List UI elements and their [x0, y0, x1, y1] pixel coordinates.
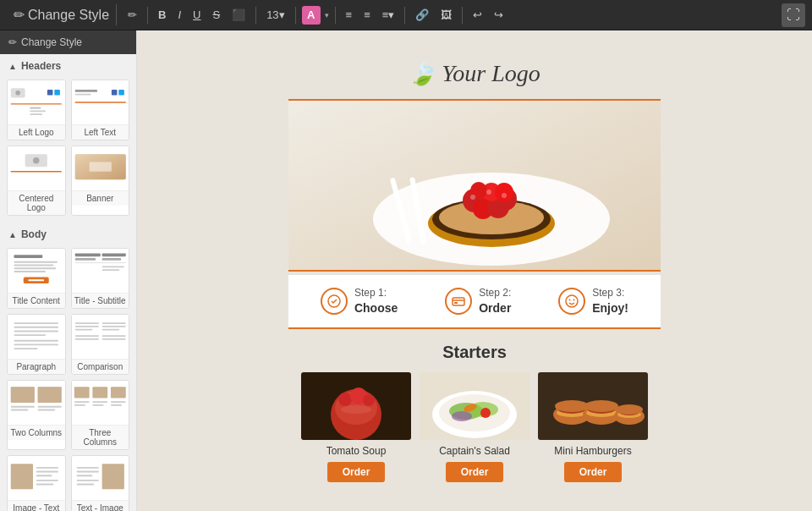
- underline-btn[interactable]: U: [189, 6, 205, 24]
- pen-icon: ✏: [14, 7, 25, 23]
- svg-rect-20: [14, 261, 58, 263]
- thumbnail-two-columns[interactable]: Two Columns: [7, 380, 66, 450]
- svg-rect-61: [74, 401, 89, 403]
- font-color-btn[interactable]: A: [302, 6, 321, 25]
- thumbnail-left-text[interactable]: Left Text: [71, 80, 130, 140]
- mini-hamburgers-image: [538, 372, 648, 440]
- centered-logo-label: Centered Logo: [8, 190, 65, 215]
- step-3-label: Step 3:: [592, 287, 624, 299]
- svg-point-113: [338, 393, 352, 406]
- svg-rect-45: [102, 329, 119, 331]
- thumbnail-title-subtitle[interactable]: Title - Subtitle: [71, 248, 130, 309]
- color-fill-btn[interactable]: ⬛: [228, 6, 250, 24]
- starter-mini-hamburgers: Mini Hamburgers Order: [538, 372, 648, 482]
- change-style-sidebar[interactable]: ✏ Change Style: [0, 30, 136, 54]
- thumbnail-three-columns[interactable]: Three Columns: [71, 380, 130, 450]
- headers-section-header: ▲ Headers: [0, 54, 136, 76]
- svg-rect-12: [118, 90, 124, 96]
- body-label: Body: [21, 228, 47, 240]
- toolbar: ✏ Change Style ✏ B I U S ⬛ 13▾ A ▾ ≡ ≡ ≡…: [0, 0, 812, 30]
- svg-rect-31: [102, 266, 123, 267]
- captains-salad-image: [420, 372, 529, 440]
- logo-text: 🍃 Your Logo: [288, 60, 661, 87]
- svg-rect-48: [102, 335, 125, 337]
- steps-section: Step 1: Choose Step 2: Order: [288, 275, 661, 329]
- svg-rect-7: [54, 90, 60, 96]
- thumbnail-title-content[interactable]: Title Content: [7, 248, 66, 309]
- comparison-label: Comparison: [72, 359, 129, 374]
- svg-rect-54: [11, 406, 35, 408]
- svg-rect-35: [14, 331, 59, 332]
- svg-rect-71: [36, 480, 58, 481]
- svg-rect-37: [14, 340, 59, 342]
- bold-btn[interactable]: B: [154, 6, 170, 24]
- svg-rect-64: [92, 404, 103, 406]
- body-section-header: ▲ Body: [0, 223, 136, 245]
- thumbnail-image-text[interactable]: Image - Text: [7, 455, 66, 511]
- email-logo-section: 🍃 Your Logo: [288, 47, 661, 96]
- svg-rect-53: [38, 387, 62, 403]
- step-3-icon: [558, 288, 585, 315]
- svg-rect-65: [110, 401, 125, 403]
- svg-point-1: [15, 91, 20, 96]
- thumbnail-comparison[interactable]: Comparison: [71, 314, 130, 375]
- thumbnail-paragraph[interactable]: Paragraph: [7, 314, 66, 375]
- sep3: [295, 7, 296, 24]
- numbered-list-btn[interactable]: ≡: [359, 6, 375, 24]
- italic-btn[interactable]: I: [173, 6, 185, 24]
- tomato-soup-order-btn[interactable]: Order: [327, 462, 386, 482]
- step-2-label: Step 2:: [479, 287, 511, 299]
- svg-rect-23: [14, 271, 47, 272]
- text-format-pen[interactable]: ✏: [123, 6, 141, 24]
- undo-btn[interactable]: ↩: [469, 6, 486, 24]
- body-collapse-icon[interactable]: ▲: [8, 230, 17, 239]
- bullet-list-btn[interactable]: ≡: [342, 6, 357, 24]
- step-1-action: Choose: [354, 300, 398, 316]
- thumbnail-centered-logo[interactable]: Centered Logo: [7, 146, 66, 216]
- step-1-label: Step 1:: [354, 287, 387, 299]
- redo-btn[interactable]: ↪: [490, 6, 508, 24]
- svg-point-129: [555, 400, 589, 412]
- image-text-label: Image - Text: [8, 500, 65, 511]
- captains-salad-order-btn[interactable]: Order: [446, 462, 504, 482]
- tomato-soup-name: Tomato Soup: [301, 445, 411, 457]
- thumbnail-text-image[interactable]: Text - Image: [71, 455, 130, 511]
- svg-rect-25: [28, 279, 44, 281]
- font-color-arrow[interactable]: ▾: [325, 11, 329, 19]
- content-area: 🍃 Your Logo: [137, 30, 812, 511]
- headers-label: Headers: [21, 60, 61, 72]
- align-btn[interactable]: ≡▾: [378, 6, 399, 24]
- svg-rect-41: [74, 326, 98, 327]
- svg-rect-75: [76, 471, 98, 473]
- svg-rect-104: [453, 298, 464, 305]
- strikethrough-btn[interactable]: S: [208, 6, 224, 24]
- sep6: [462, 7, 463, 24]
- svg-rect-6: [47, 90, 53, 96]
- step-3-text: Step 3: Enjoy!: [592, 287, 628, 316]
- starter-captains-salad: Captain's Salad Order: [420, 372, 529, 482]
- image-btn[interactable]: 🖼: [436, 6, 456, 24]
- svg-rect-34: [14, 327, 59, 328]
- svg-point-99: [486, 190, 491, 195]
- font-size-select[interactable]: 13▾: [262, 6, 288, 24]
- expand-btn[interactable]: ⛶: [782, 3, 805, 27]
- step-2-text: Step 2: Order: [479, 287, 511, 316]
- link-btn[interactable]: 🔗: [411, 6, 433, 24]
- email-canvas: 🍃 Your Logo: [288, 47, 661, 494]
- svg-point-124: [452, 411, 472, 421]
- svg-rect-30: [102, 258, 121, 261]
- text-image-label: Text - Image: [72, 500, 129, 511]
- change-style-btn[interactable]: ✏ Change Style: [7, 4, 117, 25]
- starters-section: Starters: [288, 329, 661, 504]
- mini-hamburgers-order-btn[interactable]: Order: [564, 462, 623, 482]
- svg-rect-60: [110, 387, 125, 398]
- svg-point-137: [616, 404, 643, 415]
- headers-collapse-icon[interactable]: ▲: [8, 62, 17, 71]
- thumbnail-left-logo[interactable]: Left Logo: [7, 80, 66, 140]
- svg-rect-27: [74, 258, 95, 261]
- starters-title: Starters: [288, 343, 661, 362]
- font-size-value: 13: [266, 8, 278, 21]
- svg-rect-67: [11, 464, 33, 489]
- svg-rect-76: [76, 475, 92, 476]
- thumbnail-banner[interactable]: Banner: [71, 146, 130, 216]
